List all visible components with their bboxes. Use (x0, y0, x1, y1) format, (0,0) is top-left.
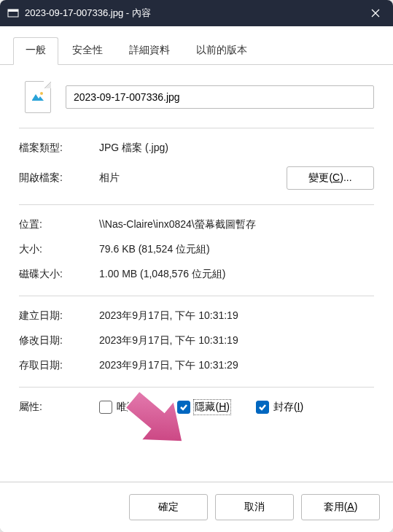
ok-button[interactable]: 確定 (129, 494, 208, 520)
dialog-footer: 確定 取消 套用(A) (0, 482, 393, 532)
tab-general[interactable]: 一般 (13, 37, 58, 65)
change-app-button[interactable]: 變更(C)... (287, 166, 374, 190)
svg-point-5 (40, 92, 43, 95)
hidden-checkbox[interactable]: 隱藏(H) (177, 401, 229, 414)
tab-previous-versions[interactable]: 以前的版本 (184, 37, 260, 65)
modified-label: 修改日期: (19, 334, 99, 347)
annotation-arrow (111, 382, 206, 464)
cancel-button[interactable]: 取消 (215, 494, 294, 520)
svg-rect-1 (8, 9, 18, 12)
filename-input[interactable] (66, 85, 374, 109)
apply-button[interactable]: 套用(A) (301, 494, 380, 520)
file-type-icon (25, 81, 51, 113)
location-value: \\Nas-Claire\inx0824\螢幕截圖暫存 (99, 218, 374, 231)
close-icon (371, 9, 380, 18)
tab-panel-general: 檔案類型: JPG 檔案 (.jpg) 開啟檔案: 相片 變更(C)... 位置… (0, 65, 393, 482)
window-icon (7, 7, 19, 19)
close-button[interactable] (358, 0, 393, 26)
properties-dialog: 2023-09-17-007336.jpg - 內容 一般 安全性 詳細資料 以… (0, 0, 393, 532)
accessed-label: 存取日期: (19, 359, 99, 372)
tab-security[interactable]: 安全性 (60, 37, 115, 65)
checkbox-box (177, 401, 190, 414)
disk-size-label: 磁碟大小: (19, 268, 99, 281)
checkbox-box (256, 401, 269, 414)
readonly-checkbox[interactable]: 唯讀(R) (99, 401, 151, 414)
location-label: 位置: (19, 218, 99, 231)
size-label: 大小: (19, 243, 99, 256)
attributes-label: 屬性: (19, 401, 99, 414)
created-value: 2023年9月17日, 下午 10:31:19 (99, 309, 374, 323)
size-value: 79.6 KB (81,524 位元組) (99, 243, 374, 256)
image-icon (31, 90, 45, 104)
archive-checkbox[interactable]: 封存(I) (256, 401, 303, 414)
svg-marker-4 (32, 94, 44, 101)
open-with-label: 開啟檔案: (19, 171, 99, 185)
tabs: 一般 安全性 詳細資料 以前的版本 (0, 26, 393, 65)
file-type-label: 檔案類型: (19, 142, 99, 155)
open-with-value: 相片 (99, 171, 287, 185)
titlebar: 2023-09-17-007336.jpg - 內容 (0, 0, 393, 26)
hidden-label: 隱藏(H) (195, 401, 229, 414)
file-type-value: JPG 檔案 (.jpg) (99, 142, 374, 155)
window-title: 2023-09-17-007336.jpg - 內容 (25, 7, 358, 20)
archive-label: 封存(I) (273, 401, 303, 414)
modified-value: 2023年9月17日, 下午 10:31:19 (99, 334, 374, 347)
readonly-label: 唯讀(R) (117, 401, 151, 414)
checkbox-box (99, 401, 112, 414)
disk-size-value: 1.00 MB (1,048,576 位元組) (99, 268, 374, 281)
tab-details[interactable]: 詳細資料 (117, 37, 182, 65)
accessed-value: 2023年9月17日, 下午 10:31:29 (99, 359, 374, 372)
created-label: 建立日期: (19, 309, 99, 323)
